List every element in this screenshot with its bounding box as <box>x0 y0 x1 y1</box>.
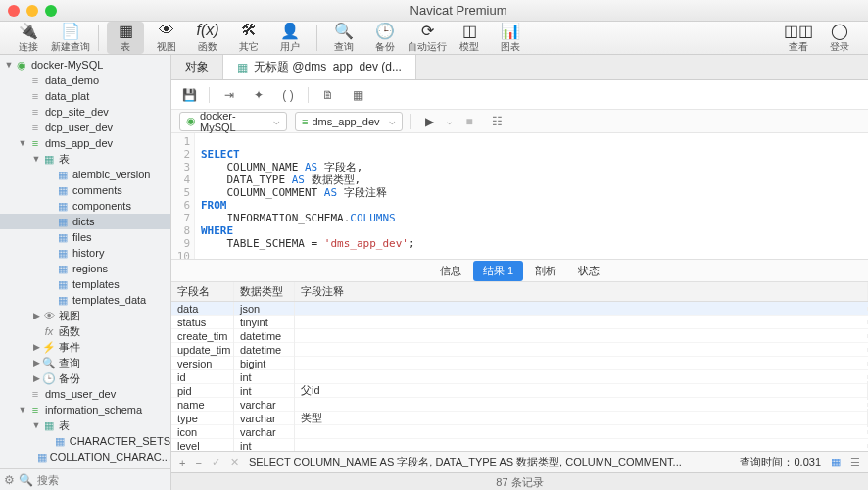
tree-node[interactable]: ≡data_plat <box>0 88 170 104</box>
result-grid[interactable]: 字段名数据类型字段注释datajsonstatustinyintcreate_t… <box>171 282 868 451</box>
toolbar-new-query[interactable]: 📄新建查询 <box>51 22 90 54</box>
connection-combo[interactable]: ◉ docker-MySQL ⌵ <box>179 112 287 131</box>
tree-node[interactable]: ≡dms_user_dev <box>0 386 170 402</box>
sql-editor[interactable]: 12345678910 SELECT COLUMN_NAME AS 字段名, D… <box>171 133 868 259</box>
expand-arrow-icon[interactable]: ▼ <box>18 138 27 148</box>
form-view-icon[interactable]: ☰ <box>850 456 860 468</box>
expand-arrow-icon[interactable]: ▶ <box>31 311 41 320</box>
cell[interactable]: 父id <box>295 381 868 400</box>
toolbar-login[interactable]: ◯登录 <box>821 22 858 54</box>
cell[interactable] <box>295 307 868 311</box>
database-combo[interactable]: ≡ dms_app_dev ⌵ <box>295 112 403 131</box>
result-tab[interactable]: 信息 <box>430 261 471 281</box>
expand-arrow-icon[interactable]: ▶ <box>31 358 41 368</box>
cancel-icon[interactable]: ✕ <box>230 456 239 468</box>
tree-node[interactable]: ≡data_demo <box>0 73 170 88</box>
cell[interactable] <box>295 444 868 448</box>
expand-arrow-icon[interactable]: ▼ <box>4 60 14 70</box>
expand-arrow-icon[interactable]: ▶ <box>31 373 41 383</box>
cell[interactable]: 类型 <box>295 409 868 427</box>
toolbar-table[interactable]: ▦表 <box>107 22 144 54</box>
tree-node[interactable]: ▶👁视图 <box>0 308 170 323</box>
paren-icon[interactable]: ( ) <box>278 85 298 105</box>
tree-node[interactable]: ▦history <box>0 245 170 261</box>
tree-node[interactable]: ▦dicts <box>0 214 170 229</box>
code-area[interactable]: SELECT COLUMN_NAME AS 字段名, DATA_TYPE AS … <box>195 133 868 259</box>
tree-node[interactable]: ▼▦表 <box>0 151 170 167</box>
tree-node[interactable]: ▶🔍查询 <box>0 355 170 370</box>
cell[interactable] <box>295 362 868 366</box>
close-window[interactable] <box>8 5 20 17</box>
tree-node[interactable]: ▼≡dms_app_dev <box>0 135 170 151</box>
document-tab[interactable]: ▦无标题 @dms_app_dev (d... <box>223 55 416 79</box>
tree-node[interactable]: ▦comments <box>0 182 170 198</box>
tree-node[interactable]: ▦components <box>0 198 170 214</box>
tree-node[interactable]: ▦CHARACTER_SETS <box>0 433 170 449</box>
run-button[interactable]: ▶ <box>419 112 439 131</box>
cell[interactable] <box>295 320 868 324</box>
toolbar-chart[interactable]: 📊图表 <box>492 22 529 54</box>
expand-arrow-icon[interactable]: ▼ <box>31 154 41 164</box>
chevron-down-icon[interactable]: ⌵ <box>447 117 452 126</box>
toolbar-query[interactable]: 🔍查询 <box>325 22 362 54</box>
column-header[interactable]: 数据类型 <box>234 282 295 301</box>
toolbar-model[interactable]: ◫模型 <box>451 22 488 54</box>
apply-icon[interactable]: ✓ <box>212 456 220 468</box>
toolbar-backup[interactable]: 🕒备份 <box>366 22 404 54</box>
tree-node[interactable]: ▼≡information_schema <box>0 402 170 417</box>
cell[interactable]: level <box>171 438 234 452</box>
cell[interactable] <box>295 403 868 407</box>
tree-node[interactable]: ▶🕒备份 <box>0 370 170 386</box>
expand-arrow-icon[interactable]: ▼ <box>31 420 41 430</box>
cell[interactable] <box>295 430 868 434</box>
tree-node[interactable]: ≡dcp_user_dev <box>0 120 170 135</box>
tree-node[interactable]: ▶⚡事件 <box>0 339 170 355</box>
expand-arrow-icon[interactable]: ▼ <box>18 405 27 415</box>
format-icon[interactable]: ✦ <box>249 85 268 105</box>
grid-view-icon[interactable]: ▦ <box>831 456 841 468</box>
clock-icon: 🕒 <box>41 372 57 385</box>
tree-node[interactable]: fx函数 <box>0 323 170 339</box>
document-tab[interactable]: 对象 <box>171 55 223 79</box>
sidebar-search-input[interactable] <box>37 474 172 486</box>
result-tab[interactable]: 剖析 <box>525 261 566 281</box>
tree-node[interactable]: ▼◉docker-MySQL <box>0 57 170 73</box>
delete-row-icon[interactable]: − <box>195 457 201 468</box>
tree-node[interactable]: ▦templates <box>0 276 170 292</box>
column-header[interactable]: 字段注释 <box>295 282 868 301</box>
tree-node[interactable]: ▦COLLATION_CHARAC... <box>0 449 170 465</box>
save-icon[interactable]: 💾 <box>179 85 199 105</box>
builder-icon[interactable]: ▦ <box>348 85 367 105</box>
stop-button[interactable]: ■ <box>459 112 479 131</box>
cell[interactable] <box>295 375 868 379</box>
expand-arrow-icon[interactable]: ▶ <box>31 342 41 352</box>
tree-node[interactable]: ▦regions <box>0 261 170 276</box>
settings-icon[interactable]: ⚙ <box>4 473 15 487</box>
table-row[interactable]: levelint <box>171 439 868 451</box>
toolbar-panels[interactable]: ◫◫查看 <box>780 22 817 54</box>
tree-node[interactable]: ▦templates_data <box>0 292 170 308</box>
connection-tree[interactable]: ▼◉docker-MySQL≡data_demo≡data_plat≡dcp_s… <box>0 55 170 468</box>
indent-icon[interactable]: ⇥ <box>219 85 239 105</box>
tree-node[interactable]: ▦alembic_version <box>0 167 170 182</box>
column-header[interactable]: 字段名 <box>171 282 234 301</box>
minimize-window[interactable] <box>26 5 38 17</box>
explain-button[interactable]: ☷ <box>487 112 506 131</box>
tree-node[interactable]: ▦files <box>0 229 170 245</box>
result-tab[interactable]: 结果 1 <box>473 261 523 281</box>
toolbar-view[interactable]: 👁视图 <box>148 22 185 54</box>
toolbar-other[interactable]: 🛠其它 <box>230 22 267 54</box>
tree-node[interactable]: ▼▦表 <box>0 417 170 433</box>
toolbar-function[interactable]: f(x)函数 <box>189 22 226 54</box>
toolbar-connect[interactable]: 🔌连接 <box>10 22 47 54</box>
tree-node[interactable]: ≡dcp_site_dev <box>0 104 170 120</box>
cell[interactable] <box>295 348 868 352</box>
zoom-window[interactable] <box>45 5 57 17</box>
toolbar-auto[interactable]: ⟳自动运行 <box>408 22 447 54</box>
cell[interactable]: int <box>234 438 295 452</box>
explain-icon[interactable]: 🗎 <box>318 85 338 105</box>
toolbar-user[interactable]: 👤用户 <box>271 22 309 54</box>
result-tab[interactable]: 状态 <box>568 261 609 281</box>
cell[interactable] <box>295 334 868 338</box>
add-row-icon[interactable]: + <box>179 457 185 468</box>
